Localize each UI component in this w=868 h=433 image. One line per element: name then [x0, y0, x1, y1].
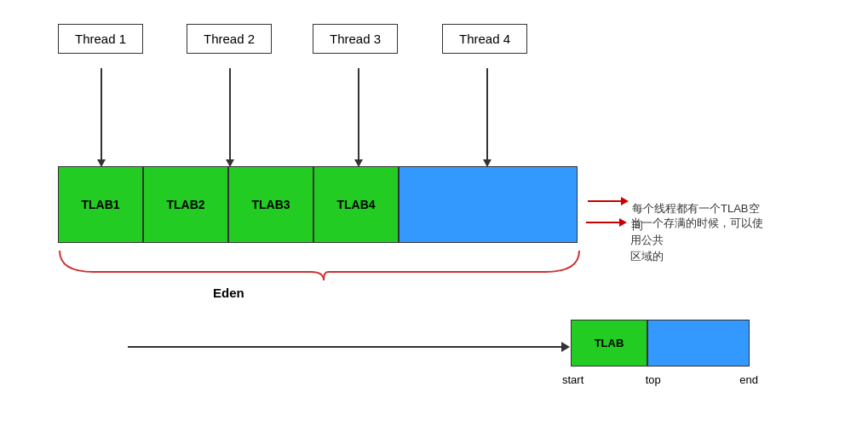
tlab3-label: TLAB3 — [251, 198, 290, 211]
annotation2-line2: 区域的 — [630, 250, 664, 263]
thread4-box: Thread 4 — [442, 24, 527, 54]
thread1-label: Thread 1 — [75, 32, 126, 46]
tlab2-block: TLAB2 — [143, 166, 228, 243]
tlab1-block: TLAB1 — [58, 166, 143, 243]
arrow-thread3 — [358, 68, 359, 160]
annotation1-arrow-line — [588, 200, 622, 202]
public-area-block — [399, 166, 578, 243]
label-top: top — [646, 373, 661, 386]
mini-tlab-label: TLAB — [595, 337, 624, 349]
tlab3-block: TLAB3 — [228, 166, 313, 243]
thread1-box: Thread 1 — [58, 24, 143, 54]
tlab2-label: TLAB2 — [166, 198, 204, 211]
arrow-thread2 — [229, 68, 231, 160]
thread4-label: Thread 4 — [459, 32, 510, 46]
mini-tlab-diagram: TLAB — [571, 320, 750, 367]
label-start: start — [562, 373, 583, 386]
eden-label: Eden — [213, 286, 244, 300]
arrow-thread4 — [486, 68, 488, 160]
long-bottom-arrow — [128, 346, 562, 348]
tlab4-label: TLAB4 — [336, 198, 375, 211]
mini-tlab-labels: start top end — [562, 373, 758, 386]
mini-tlab-green: TLAB — [571, 320, 647, 367]
annotation2-line1: 当一个存满的时候，可以使用公共 — [630, 216, 763, 246]
eden-text: Eden — [213, 286, 244, 300]
arrow-thread1 — [101, 68, 102, 160]
annotation2-arrow-line — [586, 222, 620, 223]
eden-bar: TLAB1 TLAB2 TLAB3 TLAB4 — [58, 166, 578, 243]
thread3-label: Thread 3 — [330, 32, 381, 46]
annotation2-text: 当一个存满的时候，可以使用公共 区域的 — [630, 215, 767, 265]
thread2-box: Thread 2 — [187, 24, 272, 54]
label-end: end — [739, 373, 758, 386]
thread3-box: Thread 3 — [313, 24, 398, 54]
mini-tlab-blue — [647, 320, 750, 367]
tlab1-label: TLAB1 — [81, 198, 119, 211]
tlab4-block: TLAB4 — [313, 166, 399, 243]
thread2-label: Thread 2 — [204, 32, 255, 46]
diagram-container: Thread 1 Thread 2 Thread 3 Thread 4 TLAB… — [0, 0, 868, 433]
eden-brace — [51, 246, 588, 280]
annotation2-container: 当一个存满的时候，可以使用公共 区域的 — [586, 215, 767, 265]
